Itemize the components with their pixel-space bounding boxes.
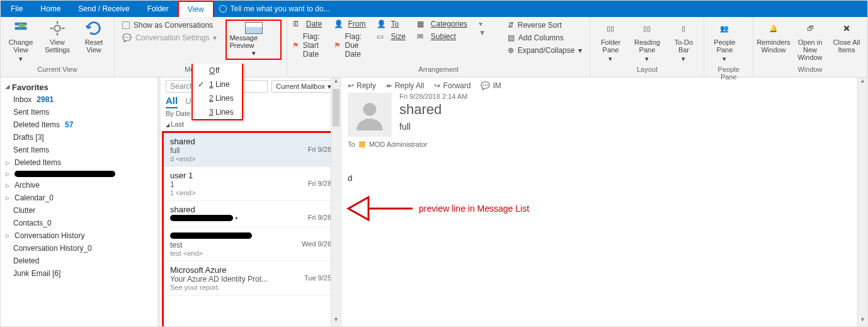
reverse-sort-button[interactable]: ⇵Reverse Sort [505, 20, 585, 31]
message-group-header[interactable]: Last [161, 119, 341, 130]
scroll-down-icon[interactable]: ▼ [858, 316, 867, 326]
message-subject: 1 [170, 180, 331, 189]
message-preview-button[interactable]: Message Preview▾ [226, 20, 281, 60]
folder-item[interactable]: Deleted [2, 255, 155, 267]
reminders-window-button[interactable]: 🔔Reminders Window [758, 20, 789, 54]
folder-name: Junk Email [6] [13, 269, 60, 278]
filter-unread[interactable]: U [185, 96, 191, 106]
categories-icon: ▦ [417, 20, 427, 28]
message-subject: full [399, 122, 467, 132]
reply-all-button[interactable]: ↞Reply All [386, 81, 425, 90]
change-view-button[interactable]: Change View▾ [6, 20, 36, 63]
conversation-settings-button[interactable]: 💬 Conversation Settings ▾ [120, 32, 219, 43]
preview-option-1line[interactable]: ✓1 Line [193, 77, 242, 91]
close-all-items-button[interactable]: 🗙Close All Items [831, 20, 862, 54]
message-date: Fri 9/28 [308, 214, 331, 221]
reading-pane-scrollbar[interactable]: ▲ ▼ [857, 77, 867, 326]
folder-item[interactable]: Deleted Items [2, 156, 155, 169]
arrange-to[interactable]: 👤To [377, 20, 405, 28]
folder-item[interactable]: Inbox2981 [2, 93, 155, 106]
open-new-window-button[interactable]: 🗗Open in New Window [795, 20, 825, 61]
preview-option-off[interactable]: Off [193, 64, 242, 77]
message-date: Fri 9/28 [308, 146, 331, 153]
folder-name: Deleted Items [13, 120, 60, 129]
folder-item[interactable]: Sent Items [2, 144, 155, 156]
annotation-arrow: preview line in Message List [343, 190, 529, 227]
tab-send-receive[interactable]: Send / Receive [69, 1, 138, 17]
arrange-categories[interactable]: ▦Categories [417, 20, 467, 28]
tab-file[interactable]: File [2, 1, 31, 17]
message-list-scrollbar[interactable]: ▲ ▼ [331, 77, 341, 326]
folder-item[interactable]: Sent Items [2, 106, 155, 118]
folder-pane-icon: ▯▯ [602, 20, 619, 37]
mailbox-scope-dropdown[interactable]: Current Mailbox ▾ [271, 80, 336, 93]
tab-folder[interactable]: Folder [139, 1, 178, 17]
arrange-flag-start[interactable]: ⚑Flag: Start Date [292, 32, 323, 59]
todo-bar-icon: ▯ [675, 20, 692, 37]
show-as-conversations-checkbox[interactable]: Show as Conversations [120, 20, 219, 31]
folder-item[interactable]: Junk Email [6] [2, 267, 155, 280]
folder-item[interactable]: Deleted Items57 [2, 118, 155, 131]
favorites-header[interactable]: Favorites [2, 81, 155, 93]
arrange-date[interactable]: 🗓Date [292, 20, 323, 28]
expand-collapse-button[interactable]: ⊕Expand/Collapse ▾ [505, 45, 585, 56]
view-settings-button[interactable]: View Settings [42, 20, 72, 54]
message-item[interactable]: testtest <end>Wed 9/26 [164, 227, 338, 261]
folder-name: Contacts_0 [13, 219, 52, 227]
reset-view-button[interactable]: Reset View [79, 20, 109, 54]
message-preview-line: test <end> [170, 250, 331, 257]
filter-all[interactable]: All [166, 95, 178, 108]
scroll-up-icon[interactable]: ▲ [331, 77, 341, 88]
message-preview-line: See your report. [170, 284, 331, 291]
folder-item[interactable]: Calendar_0 [2, 192, 155, 204]
message-preview-icon [245, 22, 263, 34]
menubar: File Home Send / Receive Folder View Tel… [1, 1, 867, 17]
folder-item[interactable]: Contacts_0 [2, 217, 155, 229]
folder-item[interactable] [2, 169, 155, 179]
reading-pane-button[interactable]: ▯▯Reading Pane▾ [632, 20, 662, 63]
arrange-from[interactable]: 👤From [334, 20, 365, 28]
preview-option-3lines[interactable]: 3 Lines [193, 105, 242, 119]
tab-view[interactable]: View [178, 1, 214, 17]
message-item[interactable]: sharedfulld <end>Fri 9/28 [164, 133, 338, 167]
forward-button[interactable]: ↪Forward [434, 81, 471, 90]
sort-by-date[interactable]: By Date [166, 110, 190, 118]
tell-me-search[interactable]: Tell me what you want to do... [219, 1, 330, 17]
scroll-down-icon[interactable]: ▼ [331, 316, 341, 326]
folder-pane-button[interactable]: ▯▯Folder Pane▾ [595, 20, 625, 63]
message-item[interactable]: user 111 <end>Fri 9/28 [164, 167, 338, 201]
todo-bar-button[interactable]: ▯To-Do Bar▾ [668, 20, 699, 63]
reply-button[interactable]: ↩Reply [348, 81, 376, 90]
message-from: Microsoft Azure [170, 265, 331, 275]
message-item[interactable]: Microsoft AzureYour Azure AD Identity Pr… [164, 261, 338, 295]
message-preview-line: d <end> [170, 155, 331, 163]
to-recipient: MOD Administrator [369, 141, 428, 148]
annotation-text: preview line in Message List [419, 204, 529, 214]
folder-item[interactable]: Clutter [2, 204, 155, 217]
person-icon [354, 99, 385, 130]
conversation-settings-icon: 💬 [122, 33, 132, 42]
ribbon: Change View▾ View Settings Reset View Cu… [1, 17, 867, 77]
close-all-icon: 🗙 [838, 20, 855, 37]
scroll-up-icon[interactable]: ▲ [858, 77, 867, 88]
arrange-size[interactable]: ▭Size [377, 32, 405, 41]
folder-name: Clutter [13, 206, 35, 215]
folder-item[interactable]: Archive [2, 179, 155, 192]
folder-item[interactable]: Drafts [3] [2, 131, 155, 144]
folder-name: Sent Items [13, 108, 49, 117]
group-window: 🔔Reminders Window 🗗Open in New Window 🗙C… [753, 17, 867, 77]
im-button[interactable]: 💬IM [481, 81, 501, 90]
message-item[interactable]: shared •Fri 9/28 [164, 201, 338, 227]
folder-item[interactable]: Conversation History [2, 229, 155, 242]
new-window-icon: 🗗 [801, 20, 819, 37]
add-columns-button[interactable]: ▤Add Columns [505, 32, 585, 43]
people-pane-button[interactable]: 👥People Pane▾ [709, 20, 740, 63]
folder-item[interactable]: Conversation History_0 [2, 242, 155, 255]
tab-home[interactable]: Home [31, 1, 69, 17]
bulb-icon [219, 5, 227, 13]
arrange-subject[interactable]: ✉Subject [417, 32, 467, 41]
scroll-thumb[interactable] [333, 89, 340, 127]
preview-option-2lines[interactable]: 2 Lines [193, 91, 242, 105]
arrange-flag-due[interactable]: ⚑Flag: Due Date [334, 32, 365, 59]
folder-name: Conversation History [14, 231, 84, 240]
